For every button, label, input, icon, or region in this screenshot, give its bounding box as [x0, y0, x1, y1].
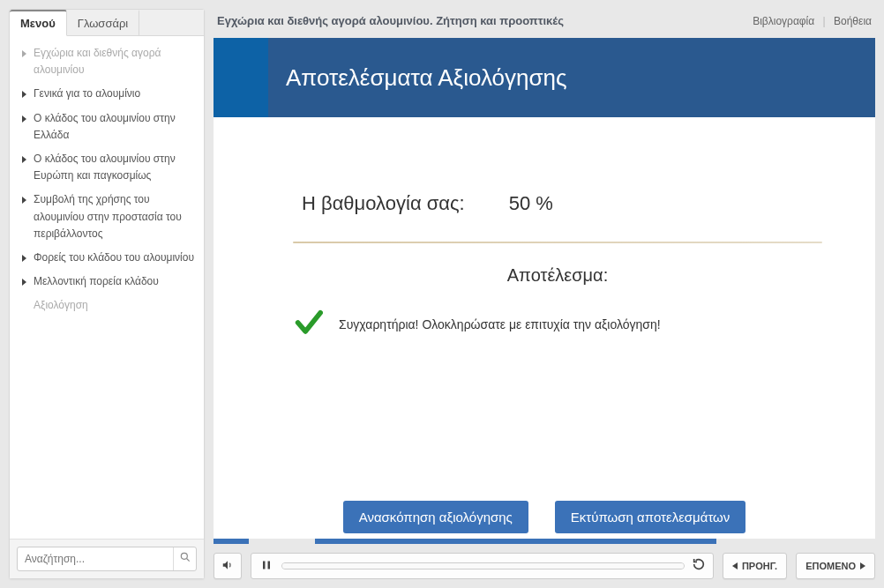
svg-line-1: [186, 559, 189, 562]
page-title: Εγχώρια και διεθνής αγορά αλουμινίου. Ζή…: [217, 14, 564, 27]
menu-item-label: Γενικά για το αλουμίνιο: [34, 86, 140, 102]
menu-item[interactable]: Ο κλάδος του αλουμινίου στην Ευρώπη και …: [10, 147, 204, 188]
seek-fill: [282, 563, 684, 569]
check-icon: [293, 308, 323, 340]
prev-button[interactable]: ΠΡΟΗΓ.: [723, 553, 787, 579]
chevron-right-icon: [860, 562, 865, 569]
menu-item[interactable]: Αξιολόγηση: [10, 294, 204, 317]
chevron-right-icon: [22, 50, 26, 57]
divider: [293, 242, 822, 243]
progress-strip: [214, 539, 875, 544]
tab-glossary[interactable]: Γλωσσάρι: [67, 10, 139, 35]
sidebar-tabs: Μενού Γλωσσάρι: [10, 10, 204, 36]
menu-item[interactable]: Εγχώρια και διεθνής αγορά αλουμινίου: [10, 41, 204, 82]
next-label: ΕΠΟΜΕΝΟ: [805, 561, 856, 571]
search-area: [10, 539, 204, 578]
score-label: Η βαθμολογία σας:: [302, 192, 465, 215]
result-message-row: Συγχαρητήρια! Ολοκληρώσατε με επιτυχία τ…: [293, 308, 822, 340]
prev-label: ΠΡΟΗΓ.: [742, 561, 777, 571]
search-icon: [179, 551, 191, 567]
menu-item-label: Μελλοντική πορεία κλάδου: [34, 273, 159, 290]
action-buttons: Ανασκόπηση αξιολόγησης Εκτύπωση αποτελεσ…: [214, 501, 875, 533]
main: Εγχώρια και διεθνής αγορά αλουμινίου. Ζή…: [214, 9, 875, 579]
banner-accent: [214, 38, 268, 117]
next-button[interactable]: ΕΠΟΜΕΝΟ: [796, 553, 875, 579]
player-controls: ΠΡΟΗΓ. ΕΠΟΜΕΝΟ: [214, 553, 875, 579]
search-button[interactable]: [173, 547, 196, 570]
results-area: Η βαθμολογία σας: 50 % Αποτέλεσμα: Συγχα…: [214, 117, 875, 358]
topbar: Εγχώρια και διεθνής αγορά αλουμινίου. Ζή…: [214, 9, 875, 29]
menu-item-label: Συμβολή της χρήσης του αλουμινίου στην π…: [34, 191, 195, 242]
pause-button[interactable]: [258, 558, 274, 574]
banner: Αποτελέσματα Αξιολόγησης: [214, 38, 875, 117]
search-box: [17, 547, 197, 571]
svg-point-0: [181, 553, 187, 559]
menu-item[interactable]: Γενικά για το αλουμίνιο: [10, 82, 204, 106]
print-button[interactable]: Εκτύπωση αποτελεσμάτων: [555, 501, 745, 533]
seek-track[interactable]: [281, 562, 685, 569]
result-heading: Αποτέλεσμα:: [293, 265, 822, 286]
score-line: Η βαθμολογία σας: 50 %: [302, 192, 822, 215]
chevron-right-icon: [22, 279, 26, 286]
svg-rect-2: [263, 562, 266, 569]
link-bibliography[interactable]: Βιβλιογραφία: [753, 15, 814, 27]
menu-item[interactable]: Φορείς του κλάδου του αλουμινίου: [10, 246, 204, 270]
separator: |: [823, 15, 826, 27]
pause-icon: [261, 558, 272, 574]
chevron-right-icon: [22, 91, 26, 98]
chevron-right-icon: [22, 255, 26, 262]
chevron-right-icon: [22, 197, 26, 204]
top-links: Βιβλιογραφία | Βοήθεια: [753, 15, 872, 27]
chevron-left-icon: [732, 562, 738, 569]
volume-icon: [221, 559, 234, 574]
menu-item[interactable]: Ο κλάδος του αλουμινίου στην Ελλάδα: [10, 107, 204, 147]
svg-rect-3: [268, 562, 271, 569]
seek-bar: [251, 553, 714, 579]
link-help[interactable]: Βοήθεια: [834, 15, 872, 27]
chevron-right-icon: [22, 156, 26, 163]
menu-item-label: Ο κλάδος του αλουμινίου στην Ελλάδα: [34, 110, 195, 144]
progress-segment: [214, 539, 249, 544]
replay-icon: [692, 557, 706, 575]
replay-button[interactable]: [692, 557, 706, 575]
score-value: 50 %: [509, 192, 553, 215]
review-button[interactable]: Ανασκόπηση αξιολόγησης: [343, 501, 528, 533]
volume-button[interactable]: [214, 553, 242, 579]
banner-title: Αποτελέσματα Αξιολόγησης: [268, 38, 875, 117]
result-message: Συγχαρητήρια! Ολοκληρώσατε με επιτυχία τ…: [339, 317, 661, 331]
search-input[interactable]: [18, 548, 173, 569]
menu-item[interactable]: Μελλοντική πορεία κλάδου: [10, 270, 204, 294]
chevron-right-icon: [22, 115, 26, 123]
tab-menu[interactable]: Μενού: [10, 10, 67, 36]
content: Αποτελέσματα Αξιολόγησης Η βαθμολογία σα…: [214, 38, 875, 544]
menu-item-label: Φορείς του κλάδου του αλουμινίου: [34, 249, 194, 266]
menu-item-label: Ο κλάδος του αλουμινίου στην Ευρώπη και …: [34, 151, 195, 184]
sidebar: Μενού Γλωσσάρι Εγχώρια και διεθνής αγορά…: [9, 9, 205, 579]
menu-item[interactable]: Συμβολή της χρήσης του αλουμινίου στην π…: [10, 188, 204, 246]
progress-segment: [315, 539, 716, 544]
menu-item-label: Αξιολόγηση: [34, 297, 88, 314]
menu-list: Εγχώρια και διεθνής αγορά αλουμινίου Γεν…: [10, 36, 204, 539]
menu-item-label: Εγχώρια και διεθνής αγορά αλουμινίου: [34, 45, 195, 78]
